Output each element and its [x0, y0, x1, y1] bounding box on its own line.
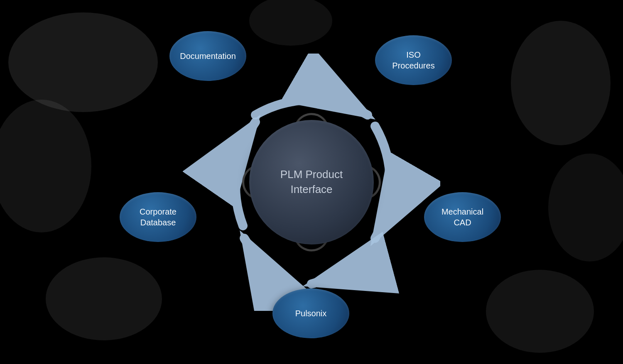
center-node: PLM Product Interface	[249, 120, 374, 244]
node-iso-procedures: ISO Procedures	[375, 35, 452, 85]
node-pulsonix-label: Pulsonix	[295, 308, 327, 319]
node-iso-label: ISO Procedures	[392, 49, 434, 71]
svg-point-0	[8, 12, 158, 112]
svg-point-5	[486, 270, 594, 353]
node-corporate-label: Corporate Database	[140, 206, 177, 228]
center-label: PLM Product Interface	[280, 167, 343, 196]
diagram-container: PLM Product Interface Documentation ISO …	[0, 0, 623, 364]
svg-point-2	[46, 257, 162, 340]
node-mechanical-label: Mechanical CAD	[441, 206, 483, 228]
node-documentation: Documentation	[169, 31, 246, 81]
node-mechanical-cad: Mechanical CAD	[424, 192, 501, 242]
svg-point-1	[0, 100, 91, 232]
node-documentation-label: Documentation	[180, 51, 236, 61]
node-pulsonix: Pulsonix	[272, 288, 349, 338]
node-corporate-database: Corporate Database	[120, 192, 196, 242]
svg-point-6	[249, 0, 332, 46]
svg-point-4	[548, 154, 623, 261]
svg-point-3	[511, 21, 611, 145]
